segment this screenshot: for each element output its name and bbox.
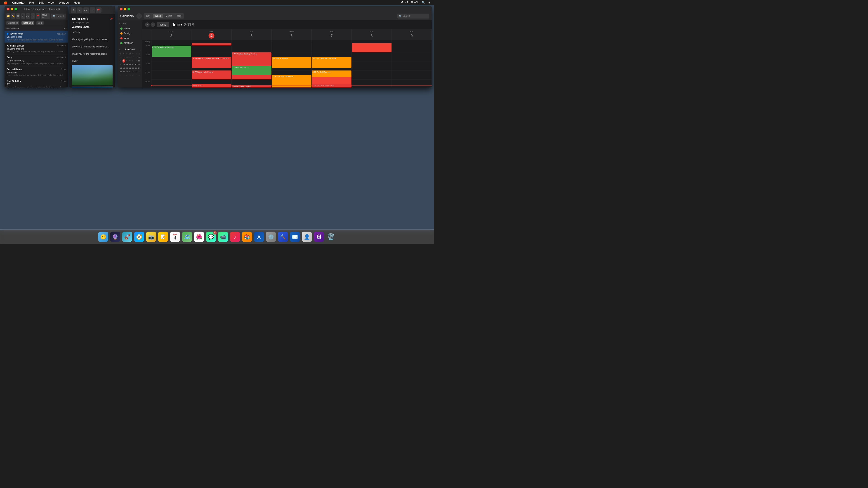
view-year-button[interactable]: Year xyxy=(174,14,183,18)
mini-day-4-2[interactable]: 27 xyxy=(125,70,128,73)
mini-day-1-3[interactable]: 7 xyxy=(129,59,131,63)
mini-day-3-6[interactable]: 24 xyxy=(138,66,141,70)
reading-forward-button[interactable]: → xyxy=(90,7,95,13)
day-header-mon[interactable]: Mon 4 xyxy=(191,29,231,40)
reading-reply-all-button[interactable]: ↩↩ xyxy=(84,7,89,13)
time-cell-0-3[interactable] xyxy=(272,43,311,53)
minimize-button[interactable] xyxy=(11,8,13,10)
time-cell-4-0[interactable] xyxy=(151,79,191,88)
time-cell-1-0[interactable] xyxy=(151,53,191,61)
dock-facetime[interactable]: 📹 xyxy=(218,232,228,242)
dock-books[interactable]: 📚 xyxy=(242,232,252,242)
apple-menu[interactable]: 🍎 xyxy=(3,0,8,4)
mini-day-5-5[interactable]: 7 xyxy=(135,74,138,77)
calendar-family[interactable]: Family xyxy=(119,31,141,36)
mini-day-2-1[interactable]: 12 xyxy=(123,63,125,66)
mailboxes-button[interactable]: Mailboxes xyxy=(6,21,19,25)
calendar-meetings[interactable]: Meetings xyxy=(119,41,141,46)
dock-finder[interactable]: 🙂 xyxy=(98,232,108,242)
mini-day-2-6[interactable]: 17 xyxy=(138,63,141,66)
dock-safari[interactable]: 🧭 xyxy=(134,232,144,242)
mini-day-4-1[interactable]: 26 xyxy=(123,70,125,73)
menu-help[interactable]: Help xyxy=(74,1,80,4)
dock-launchpad[interactable]: 🚀 xyxy=(122,232,132,242)
menu-calendar[interactable]: Calendar xyxy=(12,1,25,4)
time-cell-1-2[interactable] xyxy=(231,53,272,61)
sent-button[interactable]: Sent xyxy=(36,21,44,25)
time-cell-3-6[interactable] xyxy=(392,70,432,79)
time-cell-1-1[interactable] xyxy=(191,53,231,61)
compose-button[interactable]: ✏️ xyxy=(11,13,16,19)
dock-trash[interactable]: 🗑️ xyxy=(326,232,336,242)
menu-view[interactable]: View xyxy=(48,1,54,4)
reading-reply-button[interactable]: ↩ xyxy=(77,7,83,13)
cal-scroll-area[interactable]: 7 AM8 AM9 AM10 AM11 AMNoon1 PM2 PM3 PM4 … xyxy=(143,43,432,88)
filter-button[interactable]: ⊙ xyxy=(64,27,66,30)
day-header-thu[interactable]: Thu 7 xyxy=(312,29,352,40)
attachment-image-2[interactable] xyxy=(72,87,113,88)
move-button[interactable]: Move to... xyxy=(41,13,50,19)
flag-button[interactable]: 🚩 xyxy=(36,13,40,19)
dock-maps[interactable]: 🗺️ xyxy=(182,232,192,242)
time-cell-1-5[interactable] xyxy=(352,53,392,61)
mini-day-1-0[interactable]: 4 xyxy=(119,59,122,63)
calendar-home[interactable]: Home xyxy=(119,26,141,31)
mini-day-2-5[interactable]: 16 xyxy=(135,63,138,66)
time-cell-4-4[interactable] xyxy=(312,79,352,88)
time-cell-0-6[interactable] xyxy=(392,43,432,53)
mini-day-0-3[interactable]: 30 xyxy=(129,56,131,59)
mini-day-2-2[interactable]: 13 xyxy=(125,63,128,66)
reading-delete-button[interactable]: 🗑 xyxy=(71,7,76,13)
dock-messages[interactable]: 💬 30 xyxy=(206,232,216,242)
day-header-sat[interactable]: Sat 9 xyxy=(392,29,432,40)
mini-day-2-3[interactable]: 14 xyxy=(129,63,131,66)
time-cell-3-5[interactable] xyxy=(352,70,392,79)
mini-day-1-4[interactable]: 8 xyxy=(131,59,134,63)
mini-day-0-1[interactable]: 28 xyxy=(123,56,125,59)
mini-day-0-0[interactable]: 27 xyxy=(119,56,122,59)
time-cell-2-0[interactable] xyxy=(151,61,191,70)
time-cell-4-6[interactable] xyxy=(392,79,432,88)
time-cell-0-4[interactable] xyxy=(312,43,352,53)
mail-item-2[interactable]: Jury Yesterday Dinner in the City Hey Ev… xyxy=(4,55,68,66)
menubar-search-icon[interactable]: 🔍 xyxy=(422,1,425,4)
mini-day-2-0[interactable]: 11 xyxy=(119,63,122,66)
mini-day-3-3[interactable]: 21 xyxy=(129,66,131,70)
dock-iphoto[interactable]: 📷 xyxy=(146,232,156,242)
mini-prev-button[interactable]: ‹ xyxy=(119,48,120,51)
dock-contacts[interactable]: 👤 xyxy=(302,232,312,242)
mail-search[interactable]: 🔍 Search xyxy=(51,13,66,19)
mini-day-0-2[interactable]: 29 xyxy=(125,56,128,59)
time-cell-3-1[interactable] xyxy=(191,70,231,79)
time-cell-3-4[interactable] xyxy=(312,70,352,79)
menu-edit[interactable]: Edit xyxy=(38,1,43,4)
time-cell-4-2[interactable] xyxy=(231,79,272,88)
time-cell-3-0[interactable] xyxy=(151,70,191,79)
day-header-wed[interactable]: Wed 6 xyxy=(272,29,311,40)
view-day-button[interactable]: Day xyxy=(144,14,153,18)
sort-by-date[interactable]: Sort by Date xyxy=(6,27,18,30)
prev-week-button[interactable]: ‹ xyxy=(145,22,150,27)
mini-day-0-4[interactable]: 1 xyxy=(131,56,134,59)
dock-mail[interactable]: ✉️ xyxy=(290,232,300,242)
mini-day-5-3[interactable]: 5 xyxy=(129,74,131,77)
calendars-label[interactable]: Calendars xyxy=(120,14,133,18)
time-cell-4-3[interactable] xyxy=(272,79,311,88)
time-cell-4-1[interactable] xyxy=(191,79,231,88)
time-cell-0-0[interactable] xyxy=(151,43,191,53)
forward-button[interactable]: → xyxy=(31,13,35,19)
time-cell-2-6[interactable] xyxy=(392,61,432,70)
mini-day-5-0[interactable]: 2 xyxy=(119,74,122,77)
mini-next-button[interactable]: › xyxy=(140,48,141,51)
dock-prefs[interactable]: ⚙️ xyxy=(266,232,276,242)
dock-music[interactable]: ♪ xyxy=(230,232,240,242)
reply-all-button[interactable]: ↩↩ xyxy=(26,13,30,19)
view-week-button[interactable]: Week xyxy=(153,14,163,18)
time-cell-1-6[interactable] xyxy=(392,53,432,61)
time-cell-2-5[interactable] xyxy=(352,61,392,70)
time-cell-2-1[interactable] xyxy=(191,61,231,70)
mini-day-5-4[interactable]: 6 xyxy=(131,74,134,77)
cal-search[interactable]: 🔍 Search xyxy=(397,13,429,19)
dock-xcode[interactable]: 🔨 xyxy=(278,232,288,242)
mini-day-5-1[interactable]: 3 xyxy=(123,74,125,77)
